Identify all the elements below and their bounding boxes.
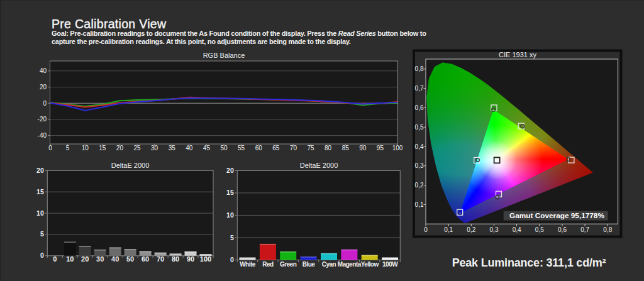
svg-text:Gamut Coverage 95,1778%: Gamut Coverage 95,1778% [509,211,604,220]
svg-text:Cyan: Cyan [322,261,336,268]
svg-text:0: 0 [40,251,44,259]
svg-text:20: 20 [81,255,89,263]
svg-text:-20: -20 [38,116,47,123]
svg-text:Magenta: Magenta [338,261,362,268]
svg-text:0,3: 0,3 [415,162,424,169]
svg-text:Green: Green [280,261,297,268]
svg-text:90: 90 [187,255,194,263]
svg-text:50: 50 [126,255,134,263]
svg-text:0,4: 0,4 [415,143,424,150]
svg-text:30: 30 [151,145,158,152]
svg-text:0,7: 0,7 [580,226,589,233]
svg-text:80: 80 [172,255,179,263]
svg-text:25: 25 [133,145,141,152]
svg-text:45: 45 [203,145,211,152]
svg-text:0,2: 0,2 [415,182,424,189]
svg-text:5: 5 [230,234,234,241]
svg-text:80: 80 [325,145,332,152]
svg-text:40: 40 [186,145,193,152]
svg-text:20: 20 [116,145,124,152]
svg-text:0,8: 0,8 [603,226,612,233]
svg-text:20: 20 [226,167,234,174]
svg-text:0,3: 0,3 [490,226,499,233]
svg-text:Blue: Blue [303,261,316,268]
svg-text:5: 5 [40,230,44,238]
svg-text:0: 0 [424,226,428,233]
svg-text:0,1: 0,1 [415,201,424,208]
svg-text:-40: -40 [38,132,47,139]
svg-text:10: 10 [226,211,234,219]
svg-text:RGB Balance: RGB Balance [203,52,245,59]
svg-text:Red: Red [262,261,274,268]
svg-text:0,8: 0,8 [415,65,424,72]
svg-text:10: 10 [66,255,74,263]
svg-text:55: 55 [238,145,245,152]
svg-text:100: 100 [392,145,403,152]
svg-text:0,6: 0,6 [558,226,567,233]
svg-text:85: 85 [342,145,350,152]
svg-text:0,5: 0,5 [415,124,424,131]
svg-text:60: 60 [142,255,149,263]
svg-text:0,7: 0,7 [415,85,424,92]
svg-text:70: 70 [157,255,164,263]
svg-text:30: 30 [96,255,104,263]
svg-text:15: 15 [226,189,234,196]
svg-text:0,2: 0,2 [467,226,475,233]
svg-text:95: 95 [377,145,384,152]
svg-text:0,6: 0,6 [415,104,424,111]
svg-text:50: 50 [220,145,228,152]
svg-text:0: 0 [43,100,47,107]
svg-text:60: 60 [255,145,263,152]
svg-text:35: 35 [169,145,176,152]
svg-text:0: 0 [53,255,57,263]
svg-text:10: 10 [36,209,44,217]
svg-text:10: 10 [82,145,89,152]
svg-text:65: 65 [272,145,280,152]
svg-text:75: 75 [307,145,314,152]
svg-text:70: 70 [290,145,297,152]
svg-text:0,4: 0,4 [513,226,521,233]
svg-text:20: 20 [36,167,44,174]
svg-text:5: 5 [66,145,70,152]
svg-text:0,5: 0,5 [535,226,544,233]
svg-text:40: 40 [40,67,47,74]
svg-text:White: White [240,261,256,268]
svg-text:0: 0 [230,256,234,263]
svg-text:CIE 1931 xy: CIE 1931 xy [499,51,536,58]
svg-text:Yellow: Yellow [361,261,379,268]
svg-text:0: 0 [48,145,52,152]
svg-text:90: 90 [359,145,367,152]
svg-text:40: 40 [111,255,119,263]
svg-text:0,1: 0,1 [444,226,453,233]
svg-text:100W: 100W [382,261,398,268]
svg-text:20: 20 [40,84,47,91]
svg-text:100: 100 [200,255,211,263]
svg-text:DeltaE 2000: DeltaE 2000 [300,162,338,169]
svg-text:DeltaE 2000: DeltaE 2000 [111,162,150,169]
svg-text:15: 15 [99,145,106,152]
svg-text:15: 15 [36,188,44,196]
